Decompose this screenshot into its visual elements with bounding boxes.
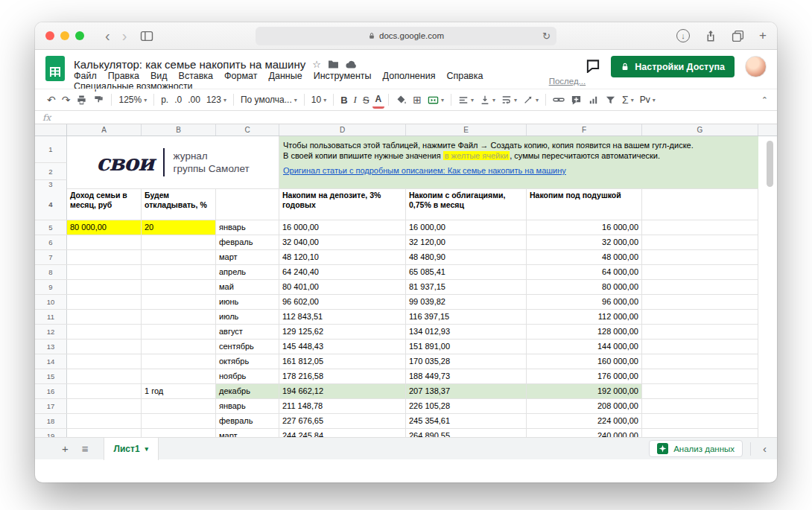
- address-bar[interactable]: docs.google.com ↻: [256, 27, 556, 45]
- cell-bonds-12[interactable]: 134 012,93: [406, 325, 527, 339]
- menu-item-0[interactable]: Файл: [74, 71, 97, 81]
- row-number-5[interactable]: 5: [35, 220, 67, 235]
- cell-deposit-11[interactable]: 112 843,51: [279, 310, 406, 324]
- cell-month-19[interactable]: март: [216, 429, 279, 437]
- text-rotation-icon[interactable]: [520, 91, 542, 109]
- cell-cash-17[interactable]: 208 000,00: [527, 399, 642, 413]
- collapse-panel-chevron[interactable]: ‹: [758, 442, 771, 455]
- cell-deposit-9[interactable]: 80 401,00: [279, 280, 406, 294]
- fill-color-icon[interactable]: [393, 91, 410, 109]
- cell-bonds-19[interactable]: 264 890,55: [406, 429, 527, 437]
- header-deposit[interactable]: Накопим на депозите, 3% годовых: [279, 189, 406, 220]
- header-income[interactable]: Доход семьи в месяц, руб: [67, 189, 142, 220]
- row-number-12[interactable]: 12: [35, 325, 67, 339]
- cell-deposit-8[interactable]: 64 240,40: [279, 265, 406, 279]
- cell-income-13[interactable]: [67, 340, 142, 354]
- cell-month-12[interactable]: август: [216, 325, 279, 339]
- row-number-19[interactable]: 19: [35, 429, 67, 437]
- vertical-scrollbar[interactable]: [767, 141, 773, 187]
- cell-month-17[interactable]: январь: [216, 399, 279, 413]
- sidebar-toggle-icon[interactable]: [140, 31, 153, 42]
- row-number-4[interactable]: 4: [35, 189, 67, 220]
- cell-empty-19[interactable]: [642, 429, 758, 437]
- cell-deposit-14[interactable]: 161 812,05: [279, 354, 406, 369]
- font-select[interactable]: По умолча...: [238, 91, 300, 109]
- menu-item-5[interactable]: Данные: [268, 71, 302, 81]
- row-number-3[interactable]: 3: [35, 180, 67, 189]
- cell-month-5[interactable]: январь: [216, 220, 279, 235]
- font-size-select[interactable]: 10: [308, 91, 329, 109]
- move-folder-icon[interactable]: [328, 60, 339, 68]
- cell-month-8[interactable]: апрель: [216, 265, 279, 279]
- menu-item-8[interactable]: Справка: [446, 71, 483, 81]
- cell-cash-15[interactable]: 176 000,00: [527, 369, 642, 383]
- column-header-A[interactable]: A: [67, 124, 142, 136]
- cell-empty-10[interactable]: [642, 295, 758, 309]
- insert-comment-icon[interactable]: [568, 91, 585, 109]
- paint-format-icon[interactable]: [90, 91, 107, 109]
- cell-deposit-12[interactable]: 129 125,62: [279, 325, 406, 339]
- menu-item-7[interactable]: Дополнения: [383, 71, 436, 81]
- article-link[interactable]: Оригинал статьи с подробным описанием: К…: [283, 165, 758, 176]
- column-header-D[interactable]: D: [279, 124, 406, 136]
- cell-bonds-5[interactable]: 16 000,00: [406, 220, 527, 235]
- row-number-11[interactable]: 11: [35, 310, 67, 324]
- cell-deposit-17[interactable]: 211 148,78: [279, 399, 406, 413]
- cell-empty-14[interactable]: [642, 354, 758, 369]
- header-empty-g[interactable]: [642, 189, 758, 220]
- cell-cash-9[interactable]: 80 000,00: [527, 280, 642, 294]
- cell-deposit-15[interactable]: 178 216,58: [279, 369, 406, 383]
- cell-percent-11[interactable]: [142, 310, 216, 324]
- cell-cash-11[interactable]: 112 000,00: [527, 310, 642, 324]
- cell-empty-5[interactable]: [642, 220, 758, 235]
- close-window-icon[interactable]: [45, 31, 54, 40]
- cell-deposit-7[interactable]: 48 120,10: [279, 250, 406, 264]
- cell-bonds-10[interactable]: 99 039,82: [406, 295, 527, 309]
- cell-bonds-7[interactable]: 48 480,90: [406, 250, 527, 264]
- cell-income-18[interactable]: [67, 414, 142, 428]
- row-number-2[interactable]: 2: [35, 163, 67, 180]
- merge-cells-icon[interactable]: [425, 91, 447, 109]
- share-icon[interactable]: [705, 29, 717, 42]
- cell-empty-12[interactable]: [642, 325, 758, 339]
- cell-income-17[interactable]: [67, 399, 142, 413]
- cell-income-6[interactable]: [67, 235, 142, 249]
- cell-month-16[interactable]: декабрь: [216, 384, 279, 398]
- column-header-C[interactable]: C: [216, 124, 279, 136]
- row-number-7[interactable]: 7: [35, 250, 67, 264]
- cell-cash-13[interactable]: 144 000,00: [527, 340, 642, 354]
- cell-bonds-18[interactable]: 245 354,61: [406, 414, 527, 428]
- tabs-overview-icon[interactable]: [732, 30, 744, 42]
- cell-percent-19[interactable]: [142, 429, 216, 437]
- row-number-10[interactable]: 10: [35, 295, 67, 309]
- cell-percent-15[interactable]: [142, 369, 216, 383]
- cell-empty-11[interactable]: [642, 310, 758, 324]
- italic-button[interactable]: I: [351, 91, 360, 109]
- last-edit-link[interactable]: Послед...: [549, 77, 586, 86]
- share-button[interactable]: Настройки Доступа: [611, 56, 735, 77]
- text-wrap-icon[interactable]: [498, 91, 520, 109]
- cell-deposit-16[interactable]: 194 662,12: [279, 384, 406, 398]
- cell-month-15[interactable]: ноябрь: [216, 369, 279, 383]
- cell-bonds-11[interactable]: 116 397,15: [406, 310, 527, 324]
- pv-button[interactable]: Pv: [637, 91, 659, 109]
- text-color-button[interactable]: A: [372, 91, 385, 109]
- cell-percent-5[interactable]: 20: [142, 220, 216, 235]
- avatar[interactable]: [745, 56, 767, 77]
- cell-income-19[interactable]: [67, 429, 142, 437]
- star-icon[interactable]: ☆: [312, 59, 321, 70]
- menu-item-6[interactable]: Инструменты: [314, 71, 372, 81]
- cell-cash-7[interactable]: 48 000,00: [527, 250, 642, 264]
- header-cash[interactable]: Накопим под подушкой: [527, 189, 642, 220]
- menu-item-3[interactable]: Вставка: [179, 71, 213, 81]
- cell-month-13[interactable]: сентябрь: [216, 340, 279, 354]
- number-format-select[interactable]: 123: [203, 91, 229, 109]
- column-header-E[interactable]: E: [406, 124, 527, 136]
- cell-month-6[interactable]: февраль: [216, 235, 279, 249]
- vertical-align-icon[interactable]: [477, 91, 498, 109]
- cell-cash-18[interactable]: 224 000,00: [527, 414, 642, 428]
- cell-bonds-15[interactable]: 188 449,73: [406, 369, 527, 383]
- cell-deposit-10[interactable]: 96 602,00: [279, 295, 406, 309]
- add-sheet-button[interactable]: +: [62, 442, 69, 455]
- column-header-F[interactable]: F: [527, 124, 642, 136]
